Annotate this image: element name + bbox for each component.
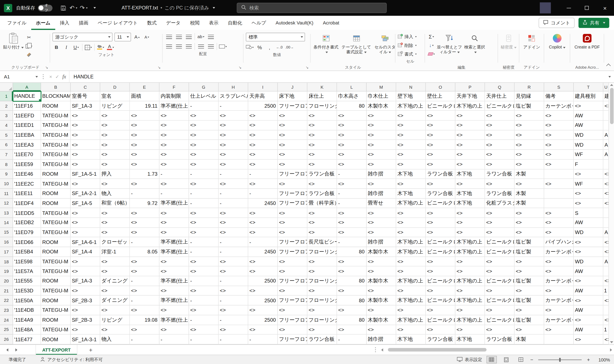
normal-view-button[interactable]	[486, 356, 497, 363]
cell-B6[interactable]: TATEGU-M	[41, 140, 71, 150]
cell-F12[interactable]: 準不燃(仕上	[159, 198, 189, 208]
collapse-ribbon-icon[interactable]	[606, 64, 611, 68]
cell-M16[interactable]: 雑巾摺	[367, 237, 396, 247]
row-header-8[interactable]: 8	[0, 159, 13, 169]
cell-G26[interactable]: -	[189, 335, 219, 344]
column-header-Q[interactable]: Q	[485, 83, 515, 91]
cell-M1[interactable]: 巾木仕上	[367, 91, 396, 101]
cell-E1[interactable]: 面積	[130, 91, 159, 101]
cell-O9[interactable]: ラワン合板	[426, 169, 455, 179]
cell-T9[interactable]: <>	[574, 169, 603, 179]
cell-E3[interactable]: <>	[130, 111, 159, 120]
cell-S14[interactable]: <>	[544, 218, 574, 228]
cell-M5[interactable]: <>	[367, 130, 396, 140]
column-header-H[interactable]: H	[219, 83, 248, 91]
cell-L20[interactable]: 80	[337, 276, 367, 286]
align-right-button[interactable]	[185, 42, 193, 50]
cell-K25[interactable]: <>	[307, 325, 337, 335]
cell-F5[interactable]: <>	[159, 130, 189, 140]
cell-L14[interactable]: <>	[337, 218, 367, 228]
cell-U7[interactable]: A	[603, 150, 608, 159]
cell-R1[interactable]: 見切縁	[515, 91, 544, 101]
cell-H20[interactable]: -	[219, 276, 248, 286]
decrease-decimal-button[interactable]: .00→	[285, 43, 294, 51]
cell-U2[interactable]: <>	[603, 101, 608, 111]
zoom-level[interactable]: 100%	[594, 357, 610, 362]
cell-D19[interactable]: <>	[100, 266, 130, 276]
cell-E23[interactable]: <>	[130, 305, 159, 315]
cell-E9[interactable]: 1.73	[130, 169, 159, 179]
cell-P25[interactable]: <>	[455, 325, 485, 335]
merge-center-button[interactable]	[219, 42, 227, 50]
row-header-7[interactable]: 7	[0, 150, 13, 159]
cell-S17[interactable]: カーテンボックス	[544, 247, 574, 257]
cell-C26[interactable]: SF_1A-3-1	[71, 335, 100, 344]
cell-H17[interactable]: -	[219, 247, 248, 257]
column-header-L[interactable]: L	[337, 83, 367, 91]
cell-N26[interactable]: 木下地	[396, 335, 426, 344]
cell-A22[interactable]: '11E50A	[13, 296, 41, 305]
row-header-22[interactable]: 22	[0, 296, 13, 305]
cell-B21[interactable]: TATEGU-M	[41, 286, 71, 296]
scroll-down-icon[interactable]	[610, 341, 613, 343]
sheet-nav-right-icon[interactable]	[15, 348, 17, 351]
fill-button[interactable]: ↓	[427, 41, 435, 49]
cell-U8[interactable]	[603, 159, 608, 169]
cell-I17[interactable]: 2450	[248, 247, 278, 257]
cell-U14[interactable]	[603, 218, 608, 228]
cell-E2[interactable]: 19.11	[130, 101, 159, 111]
cell-D22[interactable]: ダイニング	[100, 296, 130, 305]
cell-O3[interactable]: <>	[426, 111, 455, 120]
cell-C16[interactable]: SF_1A-6-1	[71, 237, 100, 247]
cell-D15[interactable]: <>	[100, 228, 130, 237]
cell-T22[interactable]: <>	[574, 296, 603, 305]
cell-P11[interactable]: 木下地	[455, 189, 485, 198]
cell-K16[interactable]: 長尺塩ビシート	[307, 237, 337, 247]
cell-J11[interactable]: フリーフロア	[278, 189, 307, 198]
cell-H15[interactable]: <>	[219, 228, 248, 237]
cell-E20[interactable]: -	[130, 276, 159, 286]
cell-R9[interactable]: 木製	[515, 169, 544, 179]
cell-K21[interactable]: <>	[307, 286, 337, 296]
dialog-launcher-icon[interactable]: ↘	[45, 65, 48, 69]
cell-P10[interactable]: <>	[455, 179, 485, 189]
cell-E25[interactable]: <>	[130, 325, 159, 335]
row-header-11[interactable]: 11	[0, 189, 13, 198]
ribbon-tab-Autodesk Vault(K)[interactable]: Autodesk Vault(K)	[271, 16, 318, 30]
cell-S8[interactable]: <>	[544, 159, 574, 169]
cell-K19[interactable]: <>	[307, 266, 337, 276]
cell-S22[interactable]: カーテンボックス	[544, 296, 574, 305]
cell-O25[interactable]: <>	[426, 325, 455, 335]
cell-U3[interactable]	[603, 111, 608, 120]
cell-D1[interactable]: 室名	[100, 91, 130, 101]
row-header-9[interactable]: 9	[0, 169, 13, 179]
cell-S1[interactable]: 備考	[544, 91, 574, 101]
cell-J2[interactable]: フリーフロア	[278, 101, 307, 111]
cell-S26[interactable]	[544, 335, 574, 344]
cell-P17[interactable]: 木下地の上	[455, 247, 485, 257]
cell-H22[interactable]: -	[219, 296, 248, 305]
ribbon-tab-ページ レイアウト[interactable]: ページ レイアウト	[93, 16, 142, 30]
cell-styles-button[interactable]: セルのスタイル	[374, 32, 397, 54]
redo-button[interactable]: ↷	[78, 2, 89, 13]
cell-N3[interactable]: <>	[396, 111, 426, 120]
cell-C13[interactable]: <>	[71, 208, 100, 218]
sheet-nav-left-icon[interactable]	[6, 348, 8, 351]
cell-H19[interactable]: <>	[219, 266, 248, 276]
conditional-formatting-button[interactable]: 条件付き書式	[313, 32, 339, 54]
align-left-button[interactable]	[165, 42, 173, 50]
cell-B8[interactable]: TATEGU-M	[41, 159, 71, 169]
cell-R10[interactable]: <>	[515, 179, 544, 189]
hscroll-left-icon[interactable]	[381, 348, 383, 351]
cell-T12[interactable]: <>	[574, 198, 603, 208]
cell-S24[interactable]: カーテンボックス	[544, 315, 574, 325]
minimize-button[interactable]	[559, 0, 578, 16]
add-sheet-button[interactable]: +	[87, 346, 95, 353]
cell-N8[interactable]: <>	[396, 159, 426, 169]
cell-M14[interactable]: <>	[367, 218, 396, 228]
cell-E26[interactable]: -	[130, 335, 159, 344]
cell-S15[interactable]: <>	[544, 228, 574, 237]
cell-F8[interactable]: <>	[159, 159, 189, 169]
expand-formula-bar-button[interactable]	[604, 71, 614, 82]
cell-K15[interactable]: <>	[307, 228, 337, 237]
